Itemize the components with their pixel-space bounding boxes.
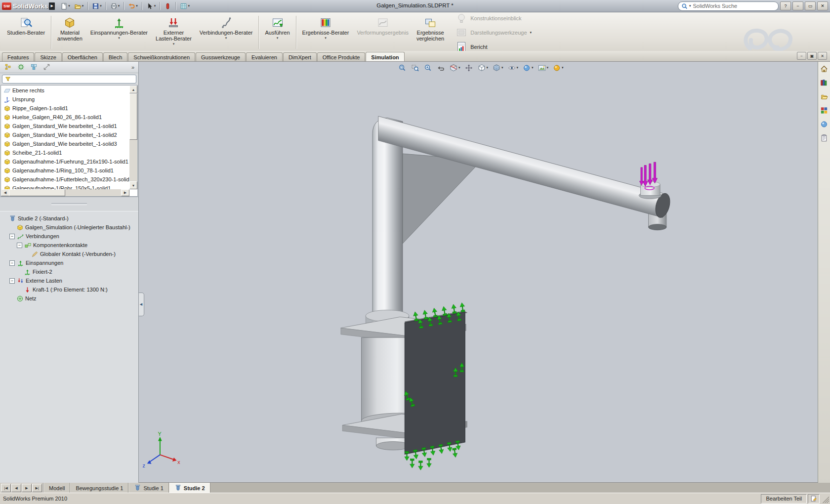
feature-tree-item[interactable]: Galgen_Standard_Wie bearbeitet_-1-solid3 (1, 139, 129, 148)
design-library-button[interactable] (819, 77, 830, 88)
panel-collapse-handle[interactable]: ◀ (138, 293, 144, 316)
panel-chevron-button[interactable]: » (130, 64, 136, 70)
study-tree-item[interactable]: −Externe Lasten (0, 276, 138, 285)
custom-properties-button[interactable] (819, 132, 830, 143)
dropdown-caret[interactable]: ▾ (100, 4, 102, 8)
dimxpertmanager-tab[interactable] (41, 62, 52, 72)
dropdown-caret[interactable]: ▾ (562, 66, 564, 70)
dropdown-caret[interactable]: ▾ (532, 66, 534, 70)
dropdown-caret[interactable]: ▾ (82, 4, 84, 8)
menu-expand-icon[interactable]: ▶ (49, 2, 55, 10)
run-button[interactable]: Ausführen▾ (261, 13, 293, 51)
minimize-button[interactable]: − (792, 1, 803, 10)
feature-tree-item[interactable]: Ursprung (1, 95, 129, 104)
collapse-toggle[interactable]: − (17, 243, 22, 248)
crane-model[interactable] (341, 116, 672, 454)
zoom-to-fit-button[interactable] (396, 62, 408, 73)
doctab-modell[interactable]: Modell (43, 483, 70, 493)
scroll-thumb[interactable] (129, 93, 137, 140)
study-tree-item[interactable]: Galgen_Simulatiion (-Unlegierter Baustah… (0, 223, 138, 232)
commandtab-gusswerkzeuge[interactable]: Gusswerkzeuge (196, 52, 246, 61)
dropdown-caret[interactable]: ▾ (173, 42, 175, 45)
commandtab-dimxpert[interactable]: DimXpert (283, 52, 317, 61)
feature-tree-item[interactable]: Ebene rechts (1, 86, 129, 95)
display-style-button[interactable]: ▾ (491, 62, 505, 73)
doctab-studie-2[interactable]: Studie 2 (169, 483, 210, 493)
apply-scene-button[interactable]: ▾ (536, 62, 550, 73)
help-button[interactable]: ? (780, 1, 791, 10)
document-restore-button[interactable]: ▣ (807, 52, 817, 60)
commandtab-oberfl-chen[interactable]: Oberflächen (62, 52, 103, 61)
feature-tree-item[interactable]: Galgenaufnahme-1/Fuehrung_216x190-1-soli… (1, 157, 129, 166)
scroll-thumb[interactable] (9, 189, 65, 196)
search-scope-caret[interactable]: ▾ (689, 4, 691, 8)
dropdown-caret[interactable]: ▾ (154, 4, 156, 8)
commandtab-blech[interactable]: Blech (103, 52, 128, 61)
dropdown-caret[interactable]: ▾ (487, 66, 489, 70)
search-box[interactable]: ▾ (678, 1, 779, 11)
featuremanager-design-tree-tab[interactable] (2, 62, 13, 72)
doctab-bewegungsstudie-1[interactable]: Bewegungsstudie 1 (70, 483, 128, 493)
dropdown-caret[interactable]: ▾ (188, 4, 190, 8)
feature-tree-item[interactable]: Scheibe_21-1-solid1 (1, 148, 129, 157)
connections-advisor-button[interactable]: Verbindungen-Berater▾ (196, 13, 257, 51)
commandtab-schwei-konstruktionen[interactable]: Schweißkonstruktionen (128, 52, 195, 61)
feature-tree-item[interactable]: Galgen_Standard_Wie bearbeitet_-1-solid1 (1, 122, 129, 130)
collapse-toggle[interactable]: − (9, 234, 15, 239)
tree-filter-box[interactable] (2, 75, 136, 84)
apply-material-button[interactable]: Material anwenden (53, 13, 86, 51)
study-tree-item[interactable]: −Komponentenkontakte (0, 241, 138, 250)
collapse-toggle[interactable]: − (9, 260, 15, 266)
dropdown-caret[interactable]: ▾ (458, 66, 460, 70)
dropdown-caret[interactable]: ▾ (517, 66, 519, 70)
feature-tree-item[interactable]: Galgenaufnahme-1/Rohr_150x5-1-solid1 (1, 184, 129, 189)
scroll-down-button[interactable]: ▼ (129, 181, 137, 189)
hide-show-items-button[interactable]: ▾ (506, 62, 520, 73)
study-tree-item[interactable]: Studie 2 (-Standard-) (0, 214, 138, 223)
study-tree-item[interactable]: Netz (0, 294, 138, 303)
resize-grip[interactable] (821, 495, 829, 503)
edit-appearance-button[interactable]: ▾ (521, 62, 535, 73)
external-loads-advisor-button[interactable]: Externer Lasten-Berater▾ (152, 13, 196, 51)
undo-button[interactable]: ▾ (126, 1, 139, 11)
feature-tree-item[interactable]: Rippe_Galgen-1-solid1 (1, 104, 129, 113)
document-minimize-button[interactable]: − (797, 52, 806, 60)
measure-button[interactable] (163, 1, 173, 11)
collapse-toggle[interactable]: − (9, 278, 15, 284)
feature-tree-item[interactable]: Galgenaufnahme-1/Ring_100_78-1-solid1 (1, 166, 129, 175)
first-tab-button[interactable]: |◀ (1, 484, 11, 492)
search-input[interactable] (692, 2, 775, 9)
palette-button[interactable] (819, 105, 830, 116)
feature-tree-item[interactable]: Galgenaufnahme-1/Futterblech_320x230-1-s… (1, 175, 129, 184)
close-button[interactable]: ✕ (817, 1, 828, 10)
feature-tree-item[interactable]: Galgen_Standard_Wie bearbeitet_-1-solid2 (1, 130, 129, 139)
select-button[interactable]: ▾ (145, 1, 158, 11)
new-document-button[interactable]: ▾ (59, 1, 72, 11)
dropdown-caret[interactable]: ▾ (225, 36, 227, 40)
dropdown-caret[interactable]: ▾ (501, 66, 503, 70)
dropdown-caret[interactable]: ▾ (118, 4, 120, 8)
commandtab-office-produkte[interactable]: Office Produkte (317, 52, 366, 61)
scroll-left-button[interactable]: ◀ (1, 189, 9, 196)
graphics-area[interactable]: Y x z ▾▾▾▾▾▾▾ ◀ (138, 61, 818, 483)
dropdown-caret[interactable]: ▾ (277, 36, 279, 40)
dropdown-caret[interactable]: ▾ (136, 4, 138, 8)
document-close-button[interactable]: ✕ (818, 52, 827, 60)
appearances-scenes-button[interactable] (819, 119, 830, 129)
study-advisor-button[interactable]: Studien-Berater (3, 13, 49, 51)
dropdown-caret[interactable]: ▾ (118, 36, 120, 40)
tree-filter-input[interactable] (13, 76, 133, 83)
tree-vertical-scrollbar[interactable]: ▲ ▼ (129, 85, 137, 189)
last-tab-button[interactable]: ▶| (32, 484, 42, 492)
print-document-button[interactable]: ▾ (109, 1, 122, 11)
scroll-up-button[interactable]: ▲ (129, 85, 137, 93)
results-advisor-button[interactable]: Ergebnisse-Berater▾ (298, 13, 353, 51)
doctab-studie-1[interactable]: Studie 1 (128, 483, 168, 493)
file-explorer-button[interactable] (819, 91, 830, 102)
dropdown-caret[interactable]: ▾ (547, 66, 549, 70)
feature-tree-item[interactable]: Huelse_Galgen_R40_26_86-1-solid1 (1, 113, 129, 122)
next-tab-button[interactable]: ▶ (22, 484, 32, 492)
study-tree-item[interactable]: −Einspannungen (0, 258, 138, 267)
dropdown-caret[interactable]: ▾ (325, 36, 327, 40)
sketch-options-button[interactable]: ▾ (178, 1, 191, 11)
